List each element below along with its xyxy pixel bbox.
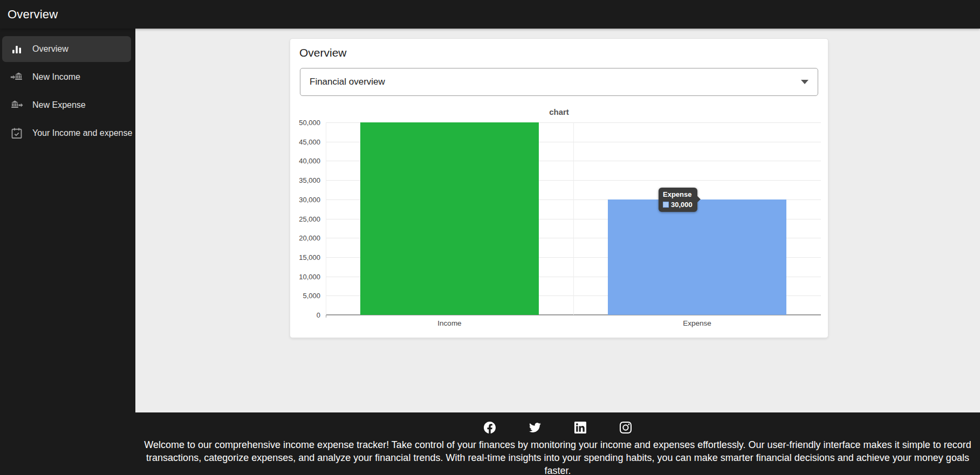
chart-plot: Expense 30,000 05,00010,00015,00020,0002…	[326, 122, 821, 315]
financial-overview-select[interactable]: Financial overview	[300, 68, 818, 96]
sidebar-item-label: New Expense	[32, 100, 86, 110]
overview-card: Overview Financial overview chart Expens…	[290, 38, 828, 338]
footer: Welcome to our comprehensive income expe…	[0, 412, 980, 475]
y-axis-tick	[326, 315, 326, 318]
y-axis-tick-label: 30,000	[285, 195, 320, 203]
y-axis-tick-label: 0	[285, 311, 320, 319]
sidebar-item-overview[interactable]: Overview	[2, 36, 131, 62]
page-title: Overview	[8, 8, 58, 22]
bar-income[interactable]	[360, 122, 538, 315]
y-axis-tick-label: 20,000	[285, 234, 320, 242]
sidebar-item-your-income-and-expense[interactable]: Your Income and expense	[2, 120, 131, 146]
app-bar: Overview	[0, 0, 980, 29]
linkedin-icon[interactable]	[573, 420, 588, 435]
select-value: Financial overview	[310, 77, 801, 87]
bank-transfer-in-icon	[10, 71, 23, 84]
y-axis-tick-label: 50,000	[285, 119, 320, 127]
instagram-icon[interactable]	[618, 420, 633, 435]
y-axis-tick-label: 10,000	[285, 272, 320, 280]
card-title: Overview	[299, 46, 347, 59]
sidebar-item-label: Overview	[32, 44, 68, 54]
tooltip-value: 30,000	[671, 201, 693, 209]
social-links	[135, 419, 980, 436]
y-axis-tick-label: 5,000	[285, 292, 320, 300]
bar-chart-icon	[10, 43, 23, 56]
sidebar-item-new-expense[interactable]: New Expense	[2, 92, 131, 118]
calendar-check-icon	[10, 127, 23, 140]
twitter-icon[interactable]	[527, 420, 543, 435]
sidebar-item-new-income[interactable]: New Income	[2, 64, 131, 90]
x-axis-category-label: Income	[437, 319, 461, 327]
bank-transfer-out-icon	[10, 99, 23, 112]
sidebar-item-label: New Income	[32, 72, 80, 82]
tooltip-color-swatch	[663, 202, 669, 208]
tooltip-series-label: Expense	[663, 190, 693, 199]
chevron-down-icon	[801, 80, 808, 84]
y-axis-tick-label: 25,000	[285, 215, 320, 223]
y-axis-tick-label: 15,000	[285, 253, 320, 261]
y-axis-tick-label: 40,000	[285, 157, 320, 165]
x-axis-category-label: Expense	[683, 319, 711, 327]
v-gridline	[326, 122, 326, 315]
y-axis-tick-label: 45,000	[285, 137, 320, 146]
bar-expense[interactable]	[608, 199, 786, 315]
y-axis-tick-label: 35,000	[285, 176, 320, 184]
sidebar: Overview New Income	[0, 29, 135, 412]
sidebar-item-label: Your Income and expense	[32, 128, 132, 138]
v-gridline	[573, 122, 574, 315]
main-content: Overview Financial overview chart Expens…	[135, 29, 980, 412]
chart-title: chart	[300, 107, 818, 116]
footer-description: Welcome to our comprehensive income expe…	[141, 438, 975, 475]
facebook-icon[interactable]	[482, 420, 497, 435]
chart-tooltip: Expense 30,000	[659, 188, 697, 212]
